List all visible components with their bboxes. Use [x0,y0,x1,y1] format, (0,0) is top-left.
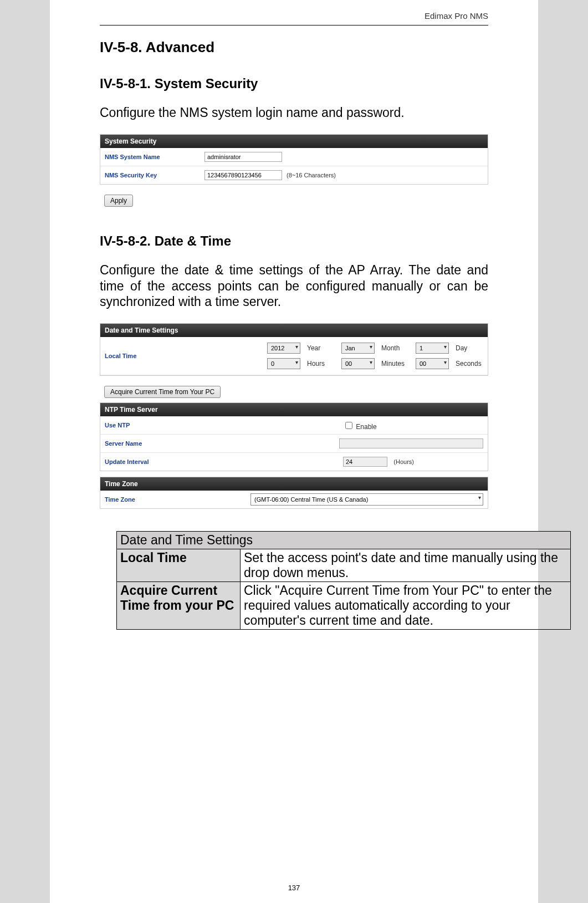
page-header: Edimax Pro NMS [100,11,488,25]
date-time-panel: Date and Time Settings Local Time 2012 Y… [100,323,488,376]
server-name-label: Server Name [105,440,201,447]
minutes-label: Minutes [381,360,409,368]
nms-system-name-label: NMS System Name [105,154,204,160]
apply-button[interactable]: Apply [104,195,133,207]
year-select[interactable]: 2012 [267,343,300,354]
panel-title: System Security [100,135,488,148]
timezone-select[interactable]: (GMT-06:00) Central Time (US & Canada) [250,493,483,506]
update-interval-label: Update Interval [105,458,204,465]
day-label: Day [456,344,483,352]
desc-row2-val: Click "Acquire Current Time from Your PC… [241,582,571,630]
enable-label: Enable [356,423,376,431]
key-hint: (8~16 Characters) [287,172,336,178]
nms-system-name-input[interactable] [204,152,282,162]
hours-select[interactable]: 0 [267,358,300,369]
nms-security-key-input[interactable] [204,170,282,180]
hours-label: Hours [307,360,335,368]
month-select[interactable]: Jan [341,343,375,354]
desc-row2-key: Acquire Current Time from your PC [117,582,241,630]
system-security-panel: System Security NMS System Name NMS Secu… [100,134,488,185]
page-number: 137 [50,884,538,892]
minutes-select[interactable]: 00 [341,358,375,369]
desc-table-title: Date and Time Settings [117,532,571,549]
use-ntp-label: Use NTP [105,422,204,428]
day-select[interactable]: 1 [416,343,449,354]
subsection-2-title: IV-5-8-2. Date & Time [100,233,488,249]
year-label: Year [307,344,335,352]
month-label: Month [381,344,409,352]
timezone-panel: Time Zone Time Zone (GMT-06:00) Central … [100,477,488,509]
subsection-2-desc: Configure the date & time settings of th… [100,262,488,310]
nms-security-key-label: NMS Security Key [105,172,204,178]
desc-row1-val: Set the access point's date and time man… [241,549,571,582]
interval-hint: (Hours) [393,458,414,465]
panel-title: NTP Time Server [100,403,488,416]
panel-title: Date and Time Settings [100,324,488,337]
subsection-1-desc: Configure the NMS system login name and … [100,105,488,121]
local-time-label: Local Time [105,353,145,359]
subsection-1-title: IV-5-8-1. System Security [100,76,488,91]
enable-ntp-checkbox[interactable] [345,422,352,429]
seconds-select[interactable]: 00 [416,358,449,369]
server-name-input[interactable] [339,438,483,448]
timezone-label: Time Zone [105,496,184,503]
update-interval-input[interactable] [343,457,387,467]
panel-title: Time Zone [100,477,488,491]
seconds-label: Seconds [456,360,483,368]
ntp-panel: NTP Time Server Use NTP Enable Server Na… [100,402,488,471]
section-title: IV-5-8. Advanced [100,39,488,56]
description-table: Date and Time Settings Local Time Set th… [116,531,571,630]
desc-row1-key: Local Time [117,549,241,582]
acquire-time-button[interactable]: Acquire Current Time from Your PC [104,386,221,398]
